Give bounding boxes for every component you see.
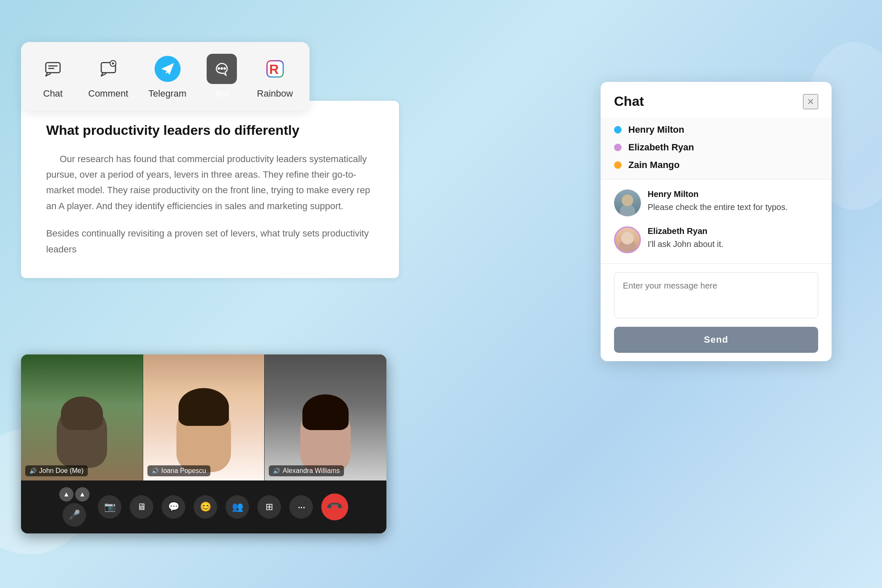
participant-name-3: Alexandra Williams: [283, 467, 340, 475]
doc-heading: What productivity leaders do differently: [46, 122, 374, 139]
elizabeth-message-name: Elizabeth Ryan: [648, 226, 818, 236]
message-input[interactable]: [614, 272, 818, 318]
elizabeth-name: Elizabeth Ryan: [628, 142, 694, 153]
telegram-icon-wrap: [152, 54, 183, 84]
person-3-silhouette: [300, 405, 351, 472]
send-button[interactable]: Send: [614, 327, 818, 353]
toolbar-item-comment[interactable]: Comment: [88, 54, 128, 99]
henry-message-text: Please check the entire text for typos.: [648, 201, 818, 213]
henry-message-name: Henry Milton: [648, 189, 818, 199]
toolbar-card: Chat Comment Telegram: [21, 42, 310, 111]
toolbar-item-jitsi[interactable]: Jitsi: [207, 54, 237, 99]
svg-point-7: [220, 67, 223, 70]
telegram-plane-icon: [159, 60, 176, 78]
mic-arrow-2[interactable]: ▲: [75, 487, 89, 501]
doc-paragraph-2: Besides continually revisiting a proven …: [46, 226, 374, 257]
video-cell-1: 🔊 John Doe (Me): [21, 354, 143, 480]
camera-button[interactable]: 📷: [98, 495, 121, 519]
video-controls: ▲ ▲ 🎤 📷 🖥 💬 😊 👥 ⊞ ··· 📞: [21, 480, 386, 533]
video-name-tag-3: 🔊 Alexandra Williams: [269, 465, 344, 476]
chat-label: Chat: [43, 88, 63, 99]
chat-input-area: Send: [601, 263, 832, 361]
document-area: What productivity leaders do differently…: [21, 101, 399, 278]
comment-icon-wrap: [93, 54, 123, 84]
elizabeth-message-content: Elizabeth Ryan I'll ask John about it.: [648, 226, 818, 250]
rainbow-label: Rainbow: [257, 88, 293, 99]
participant-name-2: Ioana Popescu: [161, 467, 206, 475]
jitsi-icon-wrap: [207, 54, 237, 84]
message-elizabeth: Elizabeth Ryan I'll ask John about it.: [614, 226, 818, 253]
henry-avatar: [614, 189, 641, 216]
jitsi-icon: [213, 60, 231, 78]
participant-row-henry[interactable]: Henry Milton: [614, 124, 818, 135]
person-1-silhouette: [57, 405, 107, 468]
svg-point-9: [223, 67, 226, 70]
henry-name: Henry Milton: [628, 124, 684, 135]
henry-message-content: Henry Milton Please check the entire tex…: [648, 189, 818, 213]
chat-title: Chat: [614, 94, 644, 109]
chat-icon-wrap: [38, 54, 68, 84]
end-call-button[interactable]: 📞: [316, 488, 354, 526]
grid-button[interactable]: ⊞: [257, 495, 281, 519]
chat-header: Chat ×: [601, 82, 832, 118]
mic-up-arrows: ▲ ▲: [59, 487, 89, 501]
video-cell-2: 🔊 Ioana Popescu: [143, 354, 265, 480]
video-call: 🔊 John Doe (Me) 🔊 Ioana Popescu 🔊 Alexan…: [21, 354, 386, 533]
chat-messages: Henry Milton Please check the entire tex…: [601, 179, 832, 263]
svg-rect-0: [46, 63, 60, 73]
video-grid: 🔊 John Doe (Me) 🔊 Ioana Popescu 🔊 Alexan…: [21, 354, 386, 480]
chat-panel: Chat × Henry Milton Elizabeth Ryan Zain …: [601, 82, 832, 361]
telegram-label: Telegram: [148, 88, 186, 99]
screen-share-button[interactable]: 🖥: [130, 495, 153, 519]
svg-point-8: [218, 67, 220, 70]
zain-name: Zain Mango: [628, 160, 680, 171]
chat-close-button[interactable]: ×: [803, 94, 818, 109]
doc-paragraph-1: Our research has found that commercial p…: [46, 151, 374, 214]
more-button[interactable]: ···: [289, 495, 313, 519]
jitsi-label: Jitsi: [214, 88, 230, 99]
participant-row-zain[interactable]: Zain Mango: [614, 160, 818, 171]
participant-name-1: John Doe (Me): [39, 467, 84, 475]
mic-control-group: ▲ ▲ 🎤: [59, 487, 89, 527]
henry-dot: [614, 126, 622, 134]
participant-row-elizabeth[interactable]: Elizabeth Ryan: [614, 142, 818, 153]
comment-icon: [100, 60, 117, 78]
toolbar-item-rainbow[interactable]: R Rainbow: [257, 54, 293, 99]
video-cell-3: 🔊 Alexandra Williams: [265, 354, 386, 480]
toolbar-item-telegram[interactable]: Telegram: [148, 54, 186, 99]
toolbar-item-chat[interactable]: Chat: [38, 54, 68, 99]
video-name-tag-1: 🔊 John Doe (Me): [25, 465, 88, 476]
mic-button[interactable]: 🎤: [63, 503, 86, 527]
person-2-silhouette: [176, 401, 231, 472]
mic-arrow-1[interactable]: ▲: [59, 487, 74, 501]
rainbow-icon-wrap: R: [260, 54, 290, 84]
emoji-button[interactable]: 😊: [194, 495, 217, 519]
telegram-circle: [155, 56, 181, 82]
message-henry: Henry Milton Please check the entire tex…: [614, 189, 818, 216]
people-button[interactable]: 👥: [226, 495, 249, 519]
video-name-tag-2: 🔊 Ioana Popescu: [147, 465, 210, 476]
chat-button[interactable]: 💬: [162, 495, 185, 519]
elizabeth-avatar: [614, 226, 641, 253]
rainbow-icon: R: [266, 60, 284, 78]
comment-label: Comment: [88, 88, 128, 99]
elizabeth-message-text: I'll ask John about it.: [648, 238, 818, 250]
zain-dot: [614, 161, 622, 169]
elizabeth-dot: [614, 144, 622, 151]
svg-text:R: R: [269, 62, 279, 77]
chat-icon: [44, 60, 62, 78]
chat-participants: Henry Milton Elizabeth Ryan Zain Mango: [601, 118, 832, 179]
